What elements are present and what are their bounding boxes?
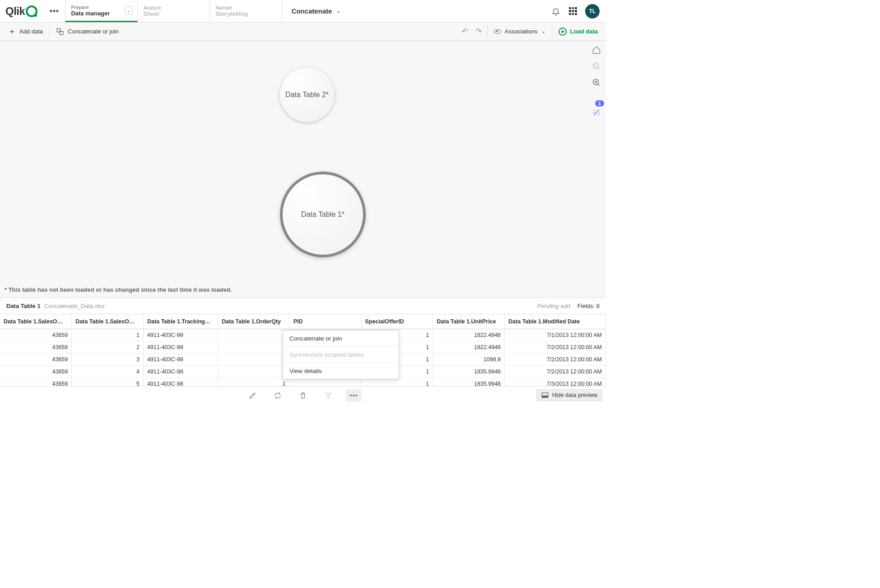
- redo-icon[interactable]: ↷: [472, 25, 485, 38]
- svg-rect-5: [542, 396, 548, 397]
- tab-analyze-bot: Sheet: [143, 10, 204, 17]
- preview-table-name: Data Table 1: [6, 303, 41, 309]
- table-cell: 43659: [0, 353, 72, 365]
- table-cell: 4911-403C-98: [144, 353, 218, 365]
- table-cell: 4911-403C-98: [144, 365, 218, 378]
- add-data-label: Add data: [19, 28, 43, 35]
- tab-narrate[interactable]: Narrate Storytelling: [210, 0, 282, 22]
- table-bubble-1[interactable]: Data Table 1*: [280, 172, 366, 257]
- doc-title-text: Concatenate: [291, 7, 332, 15]
- bell-icon[interactable]: [551, 6, 561, 16]
- hide-preview-button[interactable]: Hide data preview: [536, 389, 602, 401]
- panel-icon: [541, 392, 549, 398]
- tab-analyze-top: Analyze: [143, 5, 204, 10]
- separator: [487, 26, 488, 37]
- table-cell: 7/3/2013 12:00:00 AM: [505, 378, 606, 386]
- chevron-down-icon: ⌄: [541, 28, 545, 34]
- separator: [552, 26, 552, 37]
- nav-tabs: Prepare Data manager ⌄ Analyze Sheet Nar…: [65, 0, 282, 22]
- concatenate-button[interactable]: Concatenate or join: [51, 25, 123, 38]
- tab-prepare[interactable]: Prepare Data manager ⌄: [65, 0, 138, 22]
- table-cell: 1: [218, 329, 289, 341]
- refresh-icon[interactable]: [270, 390, 285, 401]
- table-cell: 4911-403C-98: [144, 378, 218, 386]
- logo-area: Qlik: [0, 0, 43, 22]
- col-header[interactable]: Data Table 1.SalesO…: [0, 314, 72, 329]
- plus-icon: ＋: [8, 26, 16, 37]
- table-cell: 3: [218, 341, 289, 353]
- table-cell: 7/2/2013 12:00:00 AM: [505, 353, 606, 365]
- more-icon[interactable]: •••: [346, 389, 361, 402]
- col-header[interactable]: SpecialOfferID: [361, 314, 433, 329]
- table-cell: 4911-403C-98: [144, 341, 218, 353]
- delete-icon[interactable]: [295, 390, 311, 401]
- app-menu-more[interactable]: •••: [43, 0, 65, 22]
- doc-title[interactable]: Concatenate ⌄: [282, 0, 545, 22]
- table-cell: 1822.4946: [433, 341, 505, 353]
- col-header[interactable]: Data Table 1.Tracking…: [144, 314, 218, 329]
- table-bubble-2[interactable]: Data Table 2*: [280, 68, 334, 122]
- associations-canvas[interactable]: Data Table 2* Data Table 1* * This table…: [0, 41, 606, 298]
- table-cell: 5: [72, 378, 144, 386]
- table-cell: 1822.4946: [433, 329, 505, 341]
- table-cell: 1098.9: [433, 353, 505, 365]
- wand-badge: 1: [595, 100, 604, 107]
- recommendations-icon[interactable]: 1: [591, 107, 601, 117]
- menu-view-details[interactable]: View details: [283, 363, 399, 379]
- load-data-label: Load data: [570, 28, 598, 35]
- bubble1-label: Data Table 1*: [301, 210, 345, 219]
- table-cell: 43659: [0, 341, 72, 353]
- hide-preview-label: Hide data preview: [552, 392, 597, 398]
- bottom-toolbar: ••• Hide data preview: [0, 386, 606, 404]
- filter-icon: [321, 390, 336, 401]
- tab-analyze[interactable]: Analyze Sheet: [138, 0, 210, 22]
- logo-icon: [26, 5, 37, 17]
- table-cell: 7/2/2013 12:00:00 AM: [505, 341, 606, 353]
- bubble2-label: Data Table 2*: [285, 91, 329, 99]
- play-icon: [559, 28, 567, 36]
- table-cell: 4911-403C-98: [144, 329, 218, 341]
- table-cell: 7/2/2013 12:00:00 AM: [505, 365, 606, 378]
- table-cell: 43659: [0, 329, 72, 341]
- more-icon: •••: [49, 6, 59, 16]
- concatenate-icon: [56, 28, 64, 36]
- chevron-down-icon[interactable]: ⌄: [125, 6, 133, 14]
- col-header[interactable]: Data Table 1.SalesO…: [72, 314, 144, 329]
- tab-narrate-top: Narrate: [215, 5, 276, 10]
- table-cell: 4: [72, 365, 144, 378]
- view-dropdown[interactable]: Associations ⌄: [489, 26, 550, 37]
- toolbar: ＋ Add data Concatenate or join ↶ ↷ Assoc…: [0, 23, 606, 41]
- col-header[interactable]: PID: [289, 314, 361, 329]
- menu-concatenate[interactable]: Concatenate or join: [283, 331, 399, 347]
- tab-prepare-bot: Data manager: [71, 10, 132, 17]
- edit-icon[interactable]: [245, 390, 260, 401]
- home-icon[interactable]: [591, 45, 601, 55]
- separator: [49, 26, 50, 37]
- canvas-tools: 1: [591, 45, 601, 117]
- table-cell: 7/1/2013 12:00:00 AM: [505, 329, 606, 341]
- tab-prepare-top: Prepare: [71, 5, 132, 10]
- col-header[interactable]: Data Table 1.UnitPrice: [433, 314, 505, 329]
- table-cell: 43659: [0, 365, 72, 378]
- menu-synchronize: Synchronize scripted tables: [283, 347, 399, 363]
- avatar[interactable]: TL: [585, 4, 600, 19]
- context-menu: Concatenate or join Synchronize scripted…: [283, 330, 399, 379]
- col-header[interactable]: Data Table 1.Modified Date: [505, 314, 606, 329]
- table-cell: 1835.9946: [433, 378, 505, 386]
- avatar-initials: TL: [589, 8, 596, 14]
- eye-icon: [494, 29, 501, 34]
- table-cell: 1835.9946: [433, 365, 505, 378]
- zoom-out-icon[interactable]: [591, 61, 601, 71]
- table-cell: 2: [72, 341, 144, 353]
- undo-icon[interactable]: ↶: [458, 25, 472, 38]
- app-launcher-icon[interactable]: [569, 7, 577, 15]
- tab-narrate-bot: Storytelling: [215, 10, 276, 17]
- load-data-button[interactable]: Load data: [554, 25, 602, 38]
- col-header[interactable]: Data Table 1.OrderQty: [218, 314, 289, 329]
- table-header-row: Data Table 1.SalesO… Data Table 1.SalesO…: [0, 314, 606, 329]
- add-data-button[interactable]: ＋ Add data: [4, 23, 47, 39]
- zoom-in-icon[interactable]: [591, 78, 601, 88]
- table-cell: 1: [218, 365, 289, 378]
- preview-header: Data Table 1 Concatenate_Data.xlsx Pendi…: [0, 298, 606, 314]
- preview-fields: Fields: 8: [577, 303, 600, 309]
